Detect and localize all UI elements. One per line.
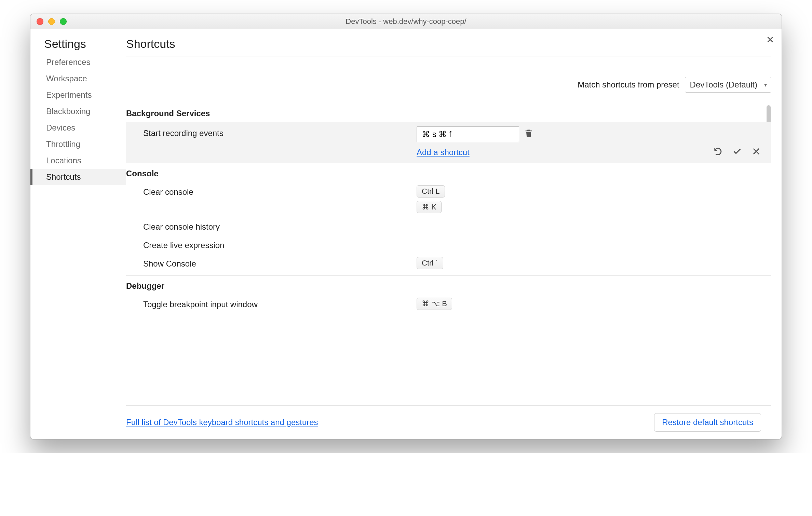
traffic-lights bbox=[30, 18, 67, 25]
row-label: Clear console history bbox=[143, 220, 417, 232]
row-label: Start recording events bbox=[143, 126, 417, 138]
help-link[interactable]: Full list of DevTools keyboard shortcuts… bbox=[126, 418, 318, 427]
key-badge: Ctrl L bbox=[417, 185, 445, 198]
main-panel: Shortcuts Match shortcuts from preset De… bbox=[126, 29, 782, 439]
zoom-window-button[interactable] bbox=[60, 18, 67, 25]
sidebar-item-workspace[interactable]: Workspace bbox=[30, 70, 126, 87]
window-title: DevTools - web.dev/why-coop-coep/ bbox=[30, 17, 782, 26]
row-show-console: Show Console Ctrl ` bbox=[126, 254, 771, 273]
window: DevTools - web.dev/why-coop-coep/ ✕ Sett… bbox=[30, 14, 782, 439]
revert-button[interactable] bbox=[713, 147, 723, 159]
cancel-button[interactable] bbox=[752, 147, 761, 159]
scroll-inner: Background Services Start recording even… bbox=[126, 103, 771, 320]
delete-shortcut-button[interactable] bbox=[524, 128, 533, 140]
sidebar-title: Settings bbox=[30, 37, 126, 54]
close-window-button[interactable] bbox=[37, 18, 43, 25]
row-label: Show Console bbox=[143, 257, 417, 269]
check-icon bbox=[732, 147, 742, 156]
minimize-window-button[interactable] bbox=[48, 18, 55, 25]
add-shortcut-link[interactable]: Add a shortcut bbox=[417, 148, 470, 157]
sidebar-item-preferences[interactable]: Preferences bbox=[30, 54, 126, 70]
sidebar-item-blackboxing[interactable]: Blackboxing bbox=[30, 103, 126, 120]
row-label: Toggle breakpoint input window bbox=[143, 298, 417, 309]
sidebar-item-devices[interactable]: Devices bbox=[30, 120, 126, 136]
settings-sidebar: Settings Preferences Workspace Experimen… bbox=[30, 29, 126, 439]
sidebar-item-shortcuts[interactable]: Shortcuts bbox=[30, 169, 126, 185]
footer: Full list of DevTools keyboard shortcuts… bbox=[126, 405, 771, 439]
preset-select[interactable]: DevTools (Default) bbox=[685, 77, 771, 93]
row-clear-console: Clear console Ctrl L ⌘ K bbox=[126, 182, 771, 217]
section-background-services: Background Services bbox=[126, 103, 771, 122]
shortcut-input[interactable] bbox=[417, 126, 519, 142]
preset-label: Match shortcuts from preset bbox=[578, 80, 679, 90]
key-badge: Ctrl ` bbox=[417, 257, 443, 269]
row-keys: ⌘ ⌥ B bbox=[417, 298, 761, 310]
sidebar-item-throttling[interactable]: Throttling bbox=[30, 136, 126, 152]
row-label: Create live expression bbox=[143, 239, 417, 250]
close-icon bbox=[752, 147, 761, 156]
section-console: Console bbox=[126, 163, 771, 182]
row-keys: Ctrl ` bbox=[417, 257, 761, 269]
sidebar-item-experiments[interactable]: Experiments bbox=[30, 87, 126, 103]
restore-defaults-button[interactable]: Restore default shortcuts bbox=[654, 413, 761, 432]
row-label: Clear console bbox=[143, 185, 417, 197]
close-panel-button[interactable]: ✕ bbox=[766, 35, 774, 45]
trash-icon bbox=[524, 128, 533, 138]
key-badge: ⌘ K bbox=[417, 201, 442, 213]
editing-actions bbox=[713, 147, 761, 159]
sidebar-item-locations[interactable]: Locations bbox=[30, 152, 126, 169]
page-title: Shortcuts bbox=[126, 37, 771, 56]
confirm-button[interactable] bbox=[732, 147, 742, 159]
row-toggle-breakpoint-input: Toggle breakpoint input window ⌘ ⌥ B bbox=[126, 294, 771, 313]
preset-row: Match shortcuts from preset DevTools (De… bbox=[126, 56, 771, 103]
content: ✕ Settings Preferences Workspace Experim… bbox=[30, 29, 782, 439]
row-create-live-expression: Create live expression bbox=[126, 235, 771, 254]
titlebar: DevTools - web.dev/why-coop-coep/ bbox=[30, 14, 782, 29]
row-keys: Ctrl L ⌘ K bbox=[417, 185, 761, 213]
row-start-recording-events: Start recording events Add a shortcut bbox=[126, 122, 771, 163]
preset-value: DevTools (Default) bbox=[690, 80, 757, 89]
row-keys: Add a shortcut bbox=[417, 126, 761, 157]
undo-icon bbox=[713, 147, 723, 156]
section-debugger: Debugger bbox=[126, 276, 771, 294]
shortcuts-scroll[interactable]: Background Services Start recording even… bbox=[126, 103, 771, 405]
row-clear-console-history: Clear console history bbox=[126, 217, 771, 235]
key-badge: ⌘ ⌥ B bbox=[417, 298, 452, 310]
